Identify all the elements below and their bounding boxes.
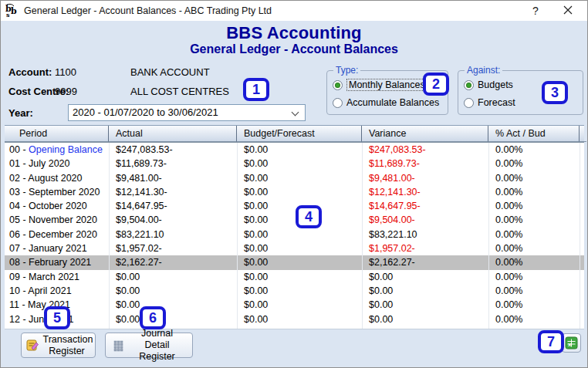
- table-row[interactable]: 01 - July 2020$11,689.73-$0.00$11,689.73…: [5, 157, 584, 170]
- close-icon: [563, 5, 573, 15]
- actual-cell: $14,647.95-: [109, 199, 237, 213]
- strip-cell: [580, 157, 586, 170]
- table-row[interactable]: 00 - Opening Balance$247,083.53-$0.00$24…: [5, 143, 584, 157]
- pct-cell: 0.00%: [488, 270, 580, 284]
- svg-text:x: x: [568, 341, 572, 348]
- export-to-excel-button[interactable]: x: [562, 333, 581, 353]
- actual-cell: $12,141.30-: [109, 185, 237, 199]
- strip-cell: [580, 241, 586, 255]
- actual-cell: $0.00: [109, 284, 237, 298]
- table-row[interactable]: 08 - February 2021$2,162.27-$0.00$2,162.…: [5, 255, 584, 269]
- strip-cell: [580, 284, 586, 298]
- table-row[interactable]: 05 - November 2020$9,504.00-$0.00$9,504.…: [5, 213, 584, 227]
- radio-accumulate-balances[interactable]: Accumulate Balances: [333, 97, 439, 108]
- table-header: Period Actual Budget/Forecast Variance %…: [5, 126, 584, 143]
- year-label: Year:: [8, 107, 33, 119]
- close-button[interactable]: [555, 1, 581, 21]
- pct-cell: 0.00%: [488, 213, 580, 227]
- app-title: BBS Accounting: [1, 23, 587, 43]
- actual-cell: $2,162.27-: [109, 255, 237, 269]
- title-bar: b b s General Ledger - Account Balances …: [1, 1, 587, 21]
- variance-cell: $247,083.53-: [362, 143, 488, 157]
- strip-cell: [580, 171, 586, 185]
- radio-label: Budgets: [478, 79, 513, 90]
- strip-cell: [580, 199, 586, 213]
- journal-detail-register-label: Journal Detail Register: [130, 328, 185, 363]
- variance-cell: $0.00: [362, 312, 488, 326]
- table-row[interactable]: 06 - December 2020$83,221.10$0.00$83,221…: [5, 228, 584, 241]
- table-row[interactable]: 10 - April 2021$0.00$0.00$0.000.00%: [5, 284, 584, 298]
- budget-cell: $0.00: [237, 157, 362, 170]
- table-row[interactable]: 11 - May 2021$0.00$0.00$0.000.00%: [5, 298, 584, 312]
- strip-cell: [580, 213, 586, 227]
- radio-budgets[interactable]: Budgets: [464, 79, 513, 90]
- budget-cell: $0.00: [237, 241, 362, 255]
- pct-cell: 0.00%: [488, 171, 580, 185]
- annotation-badge-4: 4: [296, 205, 322, 228]
- annotation-badge-7: 7: [538, 330, 564, 353]
- column-separator: [580, 143, 580, 329]
- radio-label: Accumulate Balances: [346, 97, 439, 108]
- strip-cell: [580, 143, 586, 157]
- actual-cell: $9,504.00-: [109, 213, 237, 227]
- table-row[interactable]: 07 - January 2021$1,957.02-$0.00$1,957.0…: [5, 241, 584, 255]
- annotation-badge-6: 6: [140, 306, 166, 329]
- budget-cell: $0.00: [237, 298, 362, 312]
- against-group-label: Against:: [465, 65, 502, 76]
- variance-cell: $2,162.27-: [362, 255, 488, 269]
- transaction-register-button[interactable]: Transaction Register: [21, 333, 96, 358]
- radio-forecast[interactable]: Forecast: [464, 97, 515, 108]
- column-header-strip: [580, 126, 586, 142]
- actual-cell: $0.00: [109, 298, 237, 312]
- annotation-badge-3: 3: [542, 81, 568, 104]
- radio-dot[interactable]: [333, 98, 343, 108]
- table-body: 00 - Opening Balance$247,083.53-$0.00$24…: [5, 143, 584, 326]
- account-code: 1100: [55, 66, 76, 78]
- column-separator: [237, 143, 238, 329]
- table-row[interactable]: 09 - March 2021$0.00$0.00$0.000.00%: [5, 270, 584, 284]
- excel-export-icon: x: [565, 336, 578, 349]
- column-separator: [362, 143, 363, 329]
- journal-detail-register-button[interactable]: Journal Detail Register: [105, 333, 193, 358]
- table-row[interactable]: 12 - June 2021$0.00$0.00$0.000.00%: [5, 312, 584, 326]
- table-row[interactable]: 03 - September 2020$12,141.30-$0.00$12,1…: [5, 185, 584, 199]
- variance-cell: $14,647.95-: [362, 199, 488, 213]
- window: b b s General Ledger - Account Balances …: [0, 0, 588, 368]
- radio-label: Monthly Balances: [346, 79, 427, 91]
- cost-centre-code: 9999: [55, 86, 77, 97]
- variance-cell: $1,957.02-: [362, 241, 488, 255]
- radio-dot[interactable]: [464, 98, 474, 108]
- type-group-label: Type:: [333, 65, 360, 76]
- period-cell: 06 - December 2020: [5, 228, 109, 241]
- year-dropdown[interactable]: 2020 - 01/07/2020 to 30/06/2021: [68, 104, 306, 121]
- strip-cell: [580, 185, 586, 199]
- period-cell: 09 - March 2021: [5, 270, 109, 284]
- column-separator: [488, 143, 489, 329]
- variance-cell: $83,221.10: [362, 228, 488, 241]
- year-value: 2020 - 01/07/2020 to 30/06/2021: [73, 106, 218, 118]
- svg-text:b: b: [11, 6, 17, 16]
- strip-cell: [580, 312, 586, 326]
- table-row[interactable]: 04 - October 2020$14,647.95-$0.00$14,647…: [5, 199, 584, 213]
- actual-cell: $83,221.10: [109, 228, 237, 241]
- column-header-budget-forecast: Budget/Forecast: [237, 126, 362, 142]
- help-button[interactable]: ?: [522, 1, 549, 21]
- svg-text:s: s: [6, 11, 10, 18]
- annotation-badge-1: 1: [243, 78, 269, 101]
- table-row[interactable]: 02 - August 2020$9,481.00-$0.00$9,481.00…: [5, 171, 584, 185]
- pct-cell: 0.00%: [488, 143, 580, 157]
- radio-monthly-balances[interactable]: Monthly Balances: [333, 79, 427, 90]
- strip-cell: [580, 298, 586, 312]
- budget-cell: $0.00: [237, 284, 362, 298]
- column-header-variance: Variance: [362, 126, 488, 142]
- radio-dot[interactable]: [464, 80, 474, 90]
- pct-cell: 0.00%: [488, 241, 580, 255]
- actual-cell: $247,083.53-: [109, 143, 237, 157]
- actual-cell: $11,689.73-: [109, 157, 237, 170]
- strip-cell: [580, 270, 586, 284]
- transaction-register-label: Transaction Register: [43, 334, 91, 357]
- period-cell: 04 - October 2020: [5, 199, 109, 213]
- radio-dot[interactable]: [333, 80, 343, 90]
- variance-cell: $0.00: [362, 284, 488, 298]
- account-label: Account:: [8, 66, 52, 78]
